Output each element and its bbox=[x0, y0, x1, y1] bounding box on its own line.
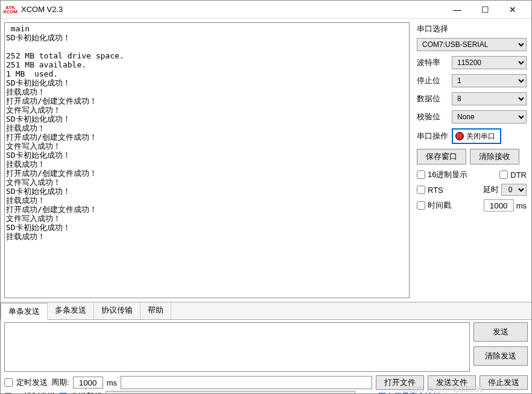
period-input[interactable] bbox=[73, 377, 103, 389]
send-textarea[interactable] bbox=[4, 322, 470, 372]
port-status-icon bbox=[455, 132, 464, 140]
close-button[interactable]: ✕ bbox=[499, 1, 527, 19]
timed-send-checkbox[interactable] bbox=[4, 378, 13, 387]
progress-bar bbox=[106, 391, 355, 394]
receive-area: main SD卡初始化成功！ 252 MB total drive space.… bbox=[1, 19, 412, 302]
baud-select[interactable]: 115200 bbox=[452, 56, 527, 69]
stop-send-button[interactable]: 停止发送 bbox=[480, 375, 528, 390]
close-port-button[interactable]: 关闭串口 bbox=[452, 128, 501, 144]
data-label: 数据位 bbox=[417, 93, 448, 104]
parity-select[interactable]: None bbox=[452, 110, 527, 124]
rts-checkbox[interactable] bbox=[417, 186, 425, 194]
baud-label: 波特率 bbox=[417, 57, 448, 68]
file-path-input[interactable] bbox=[121, 376, 372, 389]
minimize-button[interactable]: — bbox=[443, 1, 471, 19]
timed-send-label: 定时发送 bbox=[16, 377, 48, 388]
app-logo: ATK XCOM bbox=[3, 5, 17, 14]
window-title: XCOM V2.3 bbox=[21, 5, 443, 14]
tab-protocol[interactable]: 协议传输 bbox=[94, 302, 141, 319]
rts-label: RTS bbox=[428, 186, 443, 195]
sidebar: 串口选择 COM7:USB-SERIAL 波特率 115200 停止位 1 数据… bbox=[412, 19, 531, 302]
delay-select[interactable]: 0 bbox=[501, 184, 527, 196]
port-select[interactable]: COM7:USB-SERIAL bbox=[417, 38, 527, 51]
window-controls: — ☐ ✕ bbox=[443, 1, 527, 19]
parity-label: 校验位 bbox=[417, 111, 448, 122]
port-select-title: 串口选择 bbox=[417, 23, 527, 34]
tabs: 单条发送 多条发送 协议传输 帮助 bbox=[1, 302, 531, 320]
tab-help[interactable]: 帮助 bbox=[141, 302, 171, 319]
timestamp-label: 时间戳 bbox=[428, 200, 451, 211]
clear-receive-button[interactable]: 清除接收 bbox=[470, 149, 519, 164]
send-newline-label: 发送新行 bbox=[71, 391, 102, 394]
watermark: CSDN @可乐飞冰5399 bbox=[402, 384, 483, 394]
delay-label: 延时 bbox=[483, 184, 499, 195]
maximize-button[interactable]: ☐ bbox=[471, 1, 499, 19]
clear-send-button[interactable]: 清除发送 bbox=[473, 346, 528, 366]
period-label: 周期: bbox=[51, 377, 69, 388]
timestamp-checkbox[interactable] bbox=[417, 201, 425, 210]
progress-percent: 0% bbox=[359, 392, 375, 395]
databits-select[interactable]: 8 bbox=[452, 92, 527, 105]
hex-display-checkbox[interactable] bbox=[417, 170, 425, 179]
titlebar: ATK XCOM XCOM V2.3 — ☐ ✕ bbox=[1, 1, 531, 19]
hex-display-label: 16进制显示 bbox=[428, 169, 467, 180]
tab-single-send[interactable]: 单条发送 bbox=[1, 303, 48, 320]
port-op-label: 串口操作 bbox=[417, 131, 448, 142]
dtr-label: DTR bbox=[510, 170, 527, 180]
stopbits-select[interactable]: 1 bbox=[452, 74, 527, 87]
hex-send-label: 16进制发送 bbox=[16, 391, 55, 394]
ms-label: ms bbox=[516, 201, 527, 210]
save-window-button[interactable]: 保存窗口 bbox=[417, 149, 466, 164]
receive-textarea[interactable]: main SD卡初始化成功！ 252 MB total drive space.… bbox=[4, 22, 410, 298]
send-button[interactable]: 发送 bbox=[473, 322, 528, 342]
tab-multi-send[interactable]: 多条发送 bbox=[48, 302, 94, 319]
period-ms: ms bbox=[107, 378, 117, 387]
stop-label: 停止位 bbox=[417, 75, 448, 86]
timestamp-input[interactable] bbox=[484, 199, 514, 211]
dtr-checkbox[interactable] bbox=[499, 170, 508, 179]
